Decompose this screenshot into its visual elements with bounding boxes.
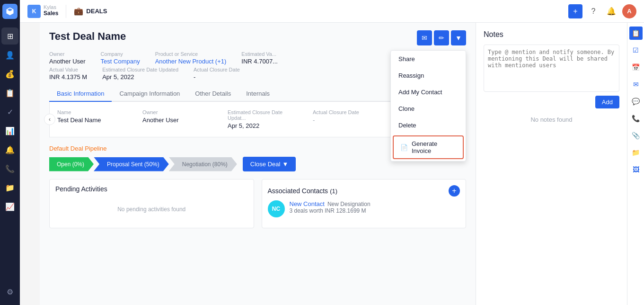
- rs-image-icon[interactable]: 🖼: [629, 163, 643, 176]
- dropdown-menu: Share Reassign Add My Contact Clone Dele…: [390, 50, 466, 161]
- rs-calendar-icon[interactable]: 📅: [629, 61, 643, 74]
- bottom-panels: Pending Activities No pending activities…: [49, 179, 466, 228]
- generate-invoice-label: Generate Invoice: [412, 140, 456, 154]
- rs-attachment-icon[interactable]: 📎: [629, 129, 643, 142]
- pipeline-stages: Open (0%) Proposal Sent (50%) Negotiatio…: [49, 157, 237, 171]
- stage-open[interactable]: Open (0%): [49, 157, 94, 171]
- dropdown-generate-invoice[interactable]: 📄 Generate Invoice: [393, 135, 464, 159]
- nav-right-actions: + ? 🔔 A: [568, 4, 636, 18]
- contact-name[interactable]: New Contact: [290, 200, 325, 207]
- no-activities-text: No pending activities found: [55, 197, 248, 222]
- meta-owner: Owner Another User: [49, 51, 86, 65]
- notes-title: Notes: [484, 30, 619, 39]
- meta-est-closure: Estimated Closure Date Updated Apr 5, 20…: [102, 67, 178, 81]
- contact-item: NC New Contact New Designation 3 deals w…: [268, 200, 460, 217]
- field-name: Name Test Deal Name: [57, 109, 124, 129]
- deal-title: Test Deal Name: [49, 30, 126, 43]
- contact-designation: New Designation: [327, 201, 371, 207]
- meta-product: Product or Service Another New Product (…: [155, 51, 227, 65]
- dropdown-add-contact[interactable]: Add My Contact: [391, 84, 466, 100]
- notifications-button[interactable]: 🔔: [604, 4, 618, 18]
- clone-label: Clone: [398, 105, 415, 112]
- contacts-title: Associated Contacts: [268, 187, 328, 195]
- tab-basic-information[interactable]: Basic Information: [49, 86, 112, 102]
- close-deal-button[interactable]: Close Deal ▼: [243, 157, 296, 171]
- top-navigation: K Kylas Sales 💼 DEALS + ? 🔔 A: [20, 0, 644, 23]
- delete-label: Delete: [398, 122, 416, 129]
- contact-avatar: NC: [268, 200, 285, 217]
- rs-tasks-icon[interactable]: ☑: [629, 44, 643, 57]
- meta-actual-value: Actual Value INR 4.1375 M: [49, 67, 87, 81]
- reassign-label: Reassign: [398, 72, 424, 79]
- tab-internals[interactable]: Internals: [238, 86, 277, 102]
- sidebar-item-notifications[interactable]: 🔔: [1, 141, 18, 158]
- app-logo: [2, 4, 18, 19]
- sidebar-item-tasks[interactable]: 📋: [1, 84, 18, 101]
- invoice-icon: 📄: [400, 144, 408, 151]
- meta-actual-closure: Actual Closure Date -: [194, 67, 240, 81]
- sidebar-item-home[interactable]: ⊞: [1, 27, 18, 45]
- contact-name-row: New Contact New Designation: [290, 200, 371, 207]
- stage-negotiation[interactable]: Negotiation (80%): [169, 157, 237, 171]
- deals-icon: 💼: [74, 7, 83, 16]
- sidebar-item-settings[interactable]: ⚙: [1, 283, 18, 300]
- main-wrapper: Test Deal Name ✉ ✏ ▼ Share Reassign: [40, 23, 644, 305]
- help-button[interactable]: ?: [586, 4, 600, 18]
- meta-company: Company Test Company: [101, 51, 140, 65]
- pending-activities-title: Pending Activities: [55, 185, 248, 193]
- contact-deals: 3 deals worth INR 128.1699 M: [290, 207, 371, 214]
- field-est-closure: Estimated Closure Date Updat... Apr 5, 2…: [228, 109, 294, 129]
- brand-logo: K: [27, 5, 41, 18]
- tab-campaign-information[interactable]: Campaign Information: [112, 86, 187, 102]
- share-label: Share: [398, 55, 415, 63]
- rs-phone-icon[interactable]: 📞: [629, 112, 643, 125]
- app-name-section: K Kylas Sales: [27, 5, 66, 18]
- edit-button[interactable]: ✏: [434, 30, 449, 45]
- add-contact-label: Add My Contact: [398, 89, 442, 96]
- sidebar-item-analytics[interactable]: 📈: [1, 198, 18, 215]
- email-button[interactable]: ✉: [417, 30, 432, 45]
- close-deal-dropdown-icon: ▼: [282, 161, 288, 168]
- sidebar-item-deals[interactable]: 💰: [1, 65, 18, 82]
- notes-textarea[interactable]: [484, 45, 619, 92]
- no-notes-text: No notes found: [484, 116, 619, 123]
- dropdown-reassign[interactable]: Reassign: [391, 67, 466, 84]
- contacts-title-row: Associated Contacts (1): [268, 187, 338, 195]
- module-name: 💼 DEALS: [74, 7, 107, 16]
- content-area: Test Deal Name ✉ ✏ ▼ Share Reassign: [40, 23, 476, 305]
- rs-folder-icon[interactable]: 📁: [629, 146, 643, 159]
- contact-info: New Contact New Designation 3 deals wort…: [290, 200, 371, 214]
- dropdown-clone[interactable]: Clone: [391, 100, 466, 117]
- sidebar-item-calls[interactable]: 📞: [1, 160, 18, 177]
- dropdown-share[interactable]: Share: [391, 51, 466, 67]
- right-sidebar: 📋 ☑ 📅 ✉ 💬 📞 📎 📁 🖼: [627, 23, 644, 305]
- field-actual-closure: Actual Closure Date -: [313, 109, 379, 129]
- contacts-panel-header: Associated Contacts (1) +: [268, 185, 460, 197]
- field-owner: Owner Another User: [142, 109, 209, 129]
- rs-notes-icon[interactable]: 📋: [629, 27, 643, 40]
- deal-header: Test Deal Name ✉ ✏ ▼ Share Reassign: [49, 30, 466, 45]
- contacts-count: (1): [330, 188, 337, 195]
- more-actions-button[interactable]: ▼: [451, 30, 466, 45]
- user-avatar[interactable]: A: [622, 4, 636, 18]
- rs-email-icon[interactable]: ✉: [629, 78, 643, 91]
- brand-subtitle: Sales: [44, 10, 58, 18]
- add-contact-button[interactable]: +: [449, 185, 460, 197]
- sidebar-item-reports[interactable]: 📊: [1, 122, 18, 139]
- pending-activities-panel: Pending Activities No pending activities…: [49, 179, 254, 228]
- meta-estimated-value: Estimated Va... INR 4.7007...: [241, 51, 278, 65]
- sidebar-item-contacts[interactable]: 👤: [1, 46, 18, 63]
- stage-proposal[interactable]: Proposal Sent (50%): [94, 157, 169, 171]
- dropdown-delete[interactable]: Delete: [391, 117, 466, 134]
- sidebar-item-files[interactable]: 📁: [1, 179, 18, 196]
- left-sidebar: ⊞ 👤 💰 📋 ✓ 📊 🔔 📞 📁 📈 ⚙: [0, 0, 20, 305]
- notes-add-button[interactable]: Add: [595, 96, 619, 108]
- tab-other-details[interactable]: Other Details: [187, 86, 238, 102]
- add-button[interactable]: +: [568, 4, 582, 18]
- associated-contacts-panel: Associated Contacts (1) + NC New Contact…: [262, 179, 467, 228]
- tab-nav-prev[interactable]: ‹: [44, 114, 55, 125]
- sidebar-item-activities[interactable]: ✓: [1, 103, 18, 120]
- rs-chat-icon[interactable]: 💬: [629, 95, 643, 108]
- deal-actions: ✉ ✏ ▼: [417, 30, 466, 45]
- brand-name: Kylas: [44, 5, 58, 10]
